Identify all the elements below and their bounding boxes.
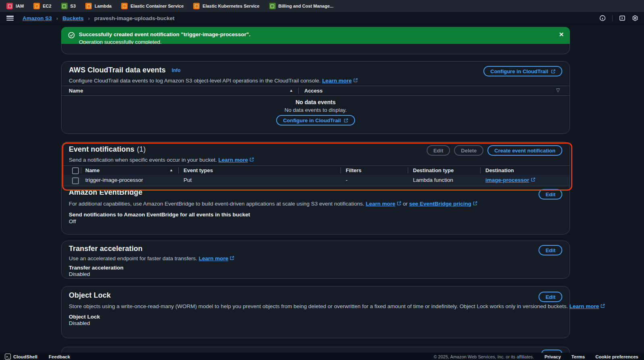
close-icon[interactable]: ✕: [559, 31, 564, 38]
row-checkbox[interactable]: [72, 177, 79, 184]
breadcrumb-amazon-s3[interactable]: Amazon S3: [23, 15, 52, 21]
success-check-icon: [68, 32, 75, 40]
bookmark-label: Lambda: [95, 4, 111, 8]
s3-favicon-icon: [61, 3, 68, 9]
terms-link[interactable]: Terms: [572, 354, 585, 359]
breadcrumb-current-bucket: pravesh-image-uploads-bucket: [94, 15, 175, 21]
settings-hexagon-icon[interactable]: [632, 15, 638, 21]
cloudtrail-data-events-card: AWS CloudTrail data events Info Configur…: [61, 61, 570, 134]
menu-icon[interactable]: [6, 16, 14, 21]
copyright-text: © 2025, Amazon Web Services, Inc. or its…: [433, 354, 534, 359]
chevron-right-icon: ›: [88, 15, 90, 21]
side-panel-icon[interactable]: [619, 15, 625, 21]
transfer-field-label: Transfer acceleration: [69, 265, 124, 271]
column-header-event-types[interactable]: Event types: [184, 167, 213, 173]
column-header-destination[interactable]: Destination: [485, 167, 514, 173]
external-link-icon: [230, 256, 234, 260]
configure-in-cloudtrail-empty-button[interactable]: Configure in CloudTrail: [276, 115, 355, 125]
create-event-notification-button[interactable]: Create event notification: [487, 145, 562, 156]
eventbridge-description: For additional capabilities, use Amazon …: [69, 201, 477, 207]
external-link-icon: [250, 157, 254, 162]
column-header-name[interactable]: Name: [69, 88, 83, 94]
s3-console-page: IAM EC2 S3 Lambda Elastic Container Serv…: [0, 0, 644, 360]
partial-edit-button[interactable]: [541, 350, 562, 353]
learn-more-link[interactable]: Learn more: [199, 255, 229, 261]
external-link-icon: [353, 78, 358, 82]
next-card-partial: [61, 347, 570, 353]
cloudshell-terminal-icon: >_: [5, 354, 11, 360]
delete-button[interactable]: Delete: [454, 145, 483, 156]
learn-more-link[interactable]: Learn more: [218, 157, 248, 163]
transfer-acceleration-card: Transfer acceleration Edit Use an accele…: [61, 241, 570, 279]
bookmark-label: Billing and Cost Manage...: [279, 4, 334, 8]
browser-bookmarks-bar: IAM EC2 S3 Lambda Elastic Container Serv…: [0, 0, 644, 12]
learn-more-link[interactable]: Learn more: [366, 201, 396, 207]
object-lock-edit-button[interactable]: Edit: [539, 292, 562, 302]
cloudshell-button[interactable]: >_ CloudShell: [5, 354, 37, 360]
select-all-checkbox[interactable]: [72, 167, 79, 174]
bookmark-ecs[interactable]: Elastic Container Service: [121, 3, 184, 9]
event-notifications-card: Event notifications (1) Edit Delete Crea…: [61, 142, 570, 235]
table-row: trigger-image-processor Put - Lambda fun…: [62, 175, 570, 186]
object-lock-field-value: Disabled: [69, 320, 90, 326]
column-header-name[interactable]: Name: [85, 167, 99, 173]
bookmark-ec2[interactable]: EC2: [33, 3, 51, 9]
object-lock-field-label: Object Lock: [69, 314, 100, 320]
eks-favicon-icon: [193, 3, 200, 9]
bookmark-label: IAM: [16, 4, 24, 8]
configure-in-cloudtrail-button[interactable]: Configure in CloudTrail: [483, 66, 562, 76]
ec2-favicon-icon: [33, 3, 40, 9]
bookmark-label: S3: [70, 4, 76, 8]
object-lock-card: Object Lock Edit Store objects using a w…: [61, 286, 570, 338]
console-footer: >_ CloudShell Feedback © 2025, Amazon We…: [0, 353, 644, 360]
eventbridge-field-label: Send notifications to Amazon EventBridge…: [69, 212, 250, 218]
learn-more-link[interactable]: Learn more: [322, 78, 352, 84]
scrolled-card-fragment: [61, 44, 570, 54]
edit-button[interactable]: Edit: [427, 145, 450, 156]
external-link-icon: [531, 177, 535, 182]
breadcrumb-bar: Amazon S3 › Buckets › pravesh-image-uplo…: [0, 12, 644, 25]
cell-event-types: Put: [184, 177, 192, 183]
eventbridge-pricing-link[interactable]: see EventBridge pricing: [409, 201, 472, 207]
bookmark-billing[interactable]: Billing and Cost Manage...: [269, 3, 334, 9]
object-lock-description: Store objects using a write-once-read-ma…: [69, 303, 605, 309]
cloudtrail-section-title: AWS CloudTrail data events: [69, 66, 166, 74]
transfer-acceleration-title: Transfer acceleration: [69, 245, 142, 253]
billing-favicon-icon: [269, 3, 276, 9]
info-icon[interactable]: [599, 15, 606, 21]
eventbridge-title: Amazon EventBridge: [69, 188, 142, 197]
filter-icon[interactable]: ▽: [556, 87, 560, 93]
flash-title: Successfully created event notification …: [79, 31, 250, 37]
bookmark-label: Elastic Kubernetes Service: [202, 4, 259, 8]
empty-state-message: No data events to display.: [62, 107, 570, 113]
bookmark-s3[interactable]: S3: [61, 3, 76, 9]
sort-ascending-icon[interactable]: ▲: [289, 88, 293, 93]
chevron-right-icon: ›: [56, 15, 58, 21]
privacy-link[interactable]: Privacy: [545, 354, 561, 359]
iam-favicon-icon: [6, 3, 13, 9]
cookie-preferences-link[interactable]: Cookie preferences: [595, 354, 638, 359]
cell-destination-link-wrap: image-processor: [485, 177, 535, 183]
event-notifications-table-header: Name ▲ Event types Filters Destination t…: [62, 165, 570, 176]
eventbridge-field-value: Off: [69, 218, 76, 224]
sort-ascending-icon[interactable]: ▲: [169, 168, 173, 172]
event-notifications-description: Send a notification when specific events…: [69, 157, 254, 163]
bookmark-eks[interactable]: Elastic Kubernetes Service: [193, 3, 259, 9]
bookmark-lambda[interactable]: Lambda: [85, 3, 111, 9]
feedback-link[interactable]: Feedback: [49, 354, 70, 359]
cloudtrail-description: Configure CloudTrail data events to log …: [69, 78, 358, 84]
bookmark-iam[interactable]: IAM: [6, 3, 24, 9]
info-link[interactable]: Info: [172, 68, 181, 73]
object-lock-title: Object Lock: [69, 291, 111, 300]
cell-filters: -: [346, 177, 348, 183]
cell-name: trigger-image-processor: [85, 177, 143, 183]
column-header-filters[interactable]: Filters: [346, 167, 361, 173]
eventbridge-edit-button[interactable]: Edit: [539, 189, 562, 200]
destination-link[interactable]: image-processor: [485, 177, 529, 183]
column-header-access[interactable]: Access: [304, 88, 323, 94]
breadcrumb-buckets[interactable]: Buckets: [62, 15, 84, 21]
transfer-edit-button[interactable]: Edit: [539, 245, 562, 255]
column-header-destination-type[interactable]: Destination type: [413, 167, 454, 173]
learn-more-link[interactable]: Learn more: [570, 303, 599, 309]
transfer-description: Use an accelerated endpoint for faster d…: [69, 255, 234, 261]
